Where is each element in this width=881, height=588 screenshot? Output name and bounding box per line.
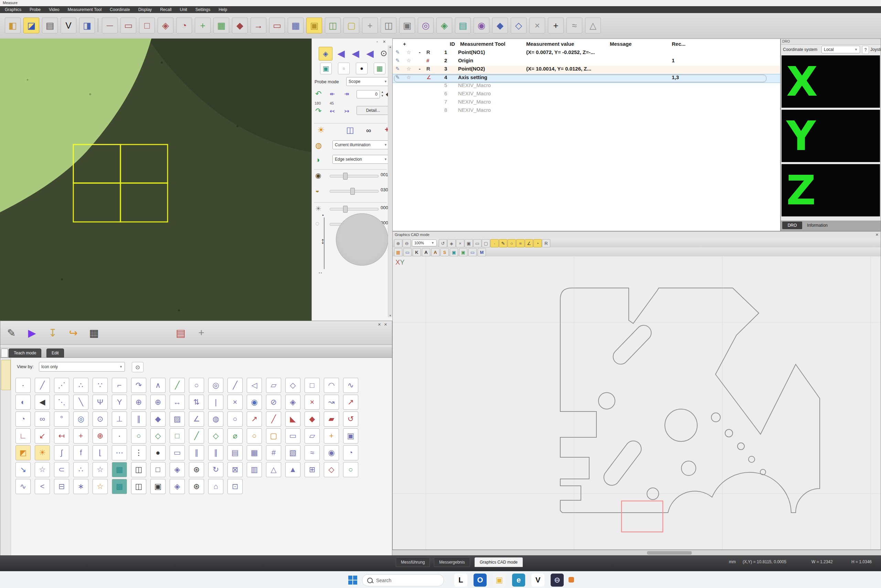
palette-tool-icon[interactable]: Y	[112, 394, 127, 410]
palette-tool-icon[interactable]: f	[73, 445, 89, 460]
equalize-icon[interactable]: ≈	[566, 18, 582, 33]
run-icon[interactable]: ▶	[24, 324, 40, 341]
palette-tool-icon[interactable]: ▣	[150, 479, 165, 494]
angle-input[interactable]: 0	[357, 90, 380, 98]
palette-tool-icon[interactable]: ▥	[247, 462, 262, 477]
arrow-right-icon[interactable]: ↠	[344, 90, 349, 98]
split-columns-icon[interactable]: ◫	[381, 18, 396, 33]
stage-icon[interactable]: ◫	[346, 125, 354, 135]
palette-tool-icon[interactable]: ◁	[247, 378, 262, 393]
palette-tool-icon[interactable]: ⌊	[93, 445, 108, 460]
draw-curve-icon[interactable]: ≈	[516, 239, 524, 248]
palette-tool-icon[interactable]: △	[266, 462, 281, 477]
palette-side-tab[interactable]	[1, 360, 11, 390]
menu-measurement-tool[interactable]: Measurement Tool	[64, 6, 106, 13]
cut-icon[interactable]: ×	[529, 18, 545, 33]
view-tab-graphics-cad-mode[interactable]: Graphics CAD mode	[474, 557, 523, 567]
palette-tool-icon[interactable]: ∴	[73, 462, 89, 477]
cad-hscrollbar[interactable]	[392, 550, 881, 556]
palette-tool-icon[interactable]: ⊘	[266, 394, 281, 410]
palette-tool-icon[interactable]: ◈	[285, 394, 300, 410]
blank-box-icon[interactable]: ▢	[482, 239, 490, 248]
palette-tool-icon[interactable]: ☆	[93, 462, 108, 477]
step-back-icon[interactable]: ◀	[335, 47, 348, 60]
palette-tool-icon[interactable]: ⋰	[54, 378, 69, 393]
rotate-r-icon[interactable]: R	[542, 239, 550, 248]
rotate-ccw-icon[interactable]: ↶	[315, 90, 321, 98]
palette-tool-icon[interactable]: ⊞	[305, 462, 320, 477]
palette-tool-icon[interactable]: ⇅	[189, 394, 204, 410]
help-button[interactable]: ?	[862, 46, 869, 54]
lamp-stage-slider-thumb[interactable]	[350, 188, 355, 195]
palette-tool-icon[interactable]: ╲	[73, 394, 89, 410]
start-button[interactable]	[348, 576, 357, 585]
palette-tool-icon[interactable]: ·	[15, 378, 31, 393]
palette-tool-icon[interactable]: ◆	[305, 411, 320, 427]
palette-tool-icon[interactable]: ◈	[170, 462, 185, 477]
palette-tool-icon[interactable]: ↤	[54, 428, 69, 444]
palette-tool-icon[interactable]: ×	[305, 394, 320, 410]
snap-s-icon[interactable]: S	[440, 248, 449, 256]
palette-tool-icon[interactable]: ◈	[170, 479, 185, 494]
palette-tool-icon[interactable]: ◎	[208, 378, 224, 393]
measure-m-icon[interactable]: M	[478, 248, 486, 256]
palette-tool-icon[interactable]: ↙	[35, 428, 50, 444]
plus-black-icon[interactable]: +	[548, 18, 564, 33]
grid-orange-icon[interactable]: ▦	[394, 248, 402, 256]
refresh-icon[interactable]: ↺	[439, 239, 447, 248]
palette-tool-icon[interactable]: ⌂	[208, 479, 224, 494]
coordinate-system-select[interactable]: Local▼	[821, 46, 860, 53]
palette-tool-icon[interactable]: ◫	[131, 479, 146, 494]
box-blue-icon[interactable]: ▭	[403, 248, 411, 256]
zoom-area-icon[interactable]: ◔	[176, 18, 192, 33]
mode-point-icon[interactable]: ●	[356, 63, 368, 74]
rect-tool-icon[interactable]: ▭	[120, 18, 136, 33]
palette-tool-icon[interactable]: ◀	[35, 394, 50, 410]
palette-tool-icon[interactable]: ◐	[15, 394, 31, 410]
tab-information[interactable]: Information	[807, 223, 828, 228]
app-v-icon[interactable]: V	[531, 573, 545, 586]
circle-tool-icon[interactable]: ◉	[474, 18, 489, 33]
line-tool-icon[interactable]: ─	[102, 18, 118, 33]
table-row[interactable]: ✎☆#2Origin1	[393, 57, 780, 66]
palette-tool-icon[interactable]: ·	[112, 428, 127, 444]
save-icon[interactable]: ◪	[23, 18, 39, 33]
palette-tool-icon[interactable]: ∗	[73, 479, 89, 494]
grid-green-icon[interactable]: ▦	[213, 18, 229, 33]
app-notes-icon[interactable]: L	[454, 573, 467, 586]
view-by-select[interactable]: Icon only▼	[39, 362, 125, 372]
frame-icon[interactable]: ▭	[473, 239, 482, 248]
palette-tool-icon[interactable]: ⋯	[112, 445, 127, 460]
palette-tool-icon[interactable]: ◎	[73, 411, 89, 427]
palette-tool-icon[interactable]: ▧	[285, 445, 300, 460]
palette-tool-icon[interactable]: ▲	[285, 462, 300, 477]
cad-close-icon[interactable]: ✕	[875, 232, 879, 237]
palette-tool-icon[interactable]: ▱	[266, 378, 281, 393]
blue-tool-icon[interactable]: ▭	[468, 248, 477, 256]
palette-tool-icon[interactable]: ☆	[35, 462, 50, 477]
palette-tool-icon[interactable]: ◉	[247, 394, 262, 410]
view-tab-messergebnis[interactable]: Messergebnis	[434, 557, 470, 567]
crosshair-icon[interactable]: +	[362, 18, 378, 33]
table-row[interactable]: 7NEXIV_Macro	[393, 99, 780, 107]
app-outlook-icon[interactable]: O	[474, 573, 486, 586]
video-v-icon[interactable]: V	[60, 18, 77, 33]
ring-outer-slider-thumb[interactable]	[343, 206, 348, 213]
arrow-left-2-icon[interactable]: ↢	[330, 107, 335, 115]
palette-tool-icon[interactable]: ⊡	[228, 479, 243, 494]
palette-tool-icon[interactable]: ╱	[189, 428, 204, 444]
palette-tool-icon[interactable]: ☀	[35, 445, 50, 460]
app-partial-icon[interactable]	[569, 577, 574, 582]
palette-tool-icon[interactable]: ×	[228, 394, 243, 410]
rotate-cw-icon[interactable]: ↷	[315, 106, 321, 116]
palette-tool-icon[interactable]: ∟	[15, 428, 31, 444]
palette-tool-icon[interactable]: ∫	[54, 445, 69, 460]
menu-coordinate[interactable]: Coordinate	[106, 6, 134, 13]
grid-run-icon[interactable]: ▦	[86, 324, 102, 341]
draw-angle-icon[interactable]: ∠	[525, 239, 533, 248]
macro-pin-icon[interactable]: ✕	[378, 322, 381, 327]
report-icon[interactable]: ▤	[173, 324, 189, 341]
palette-tool-icon[interactable]: ⊠	[228, 462, 243, 477]
draw-point-icon[interactable]: ·	[491, 239, 499, 248]
teach-icon[interactable]: ◈	[319, 47, 332, 60]
